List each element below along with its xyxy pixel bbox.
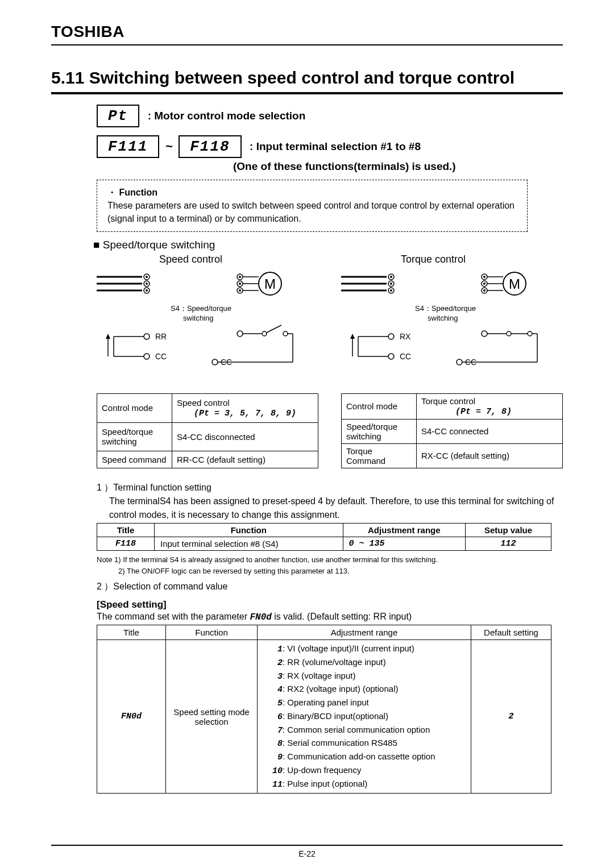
table-speed-setting: Title Function Adjustment range Default …: [97, 625, 551, 794]
t2-default: 2: [471, 640, 551, 794]
svg-point-64: [482, 331, 487, 337]
small-table-left: Control mode Speed control (Pt = 3, 5, 7…: [97, 393, 318, 468]
svg-point-23: [237, 331, 243, 337]
param-f-row: F111 ~ F118 : Input terminal selection #…: [97, 135, 563, 158]
page-number: E-22: [0, 849, 614, 858]
svg-text:CC: CC: [155, 352, 167, 361]
st-l-r1c1: Control mode: [97, 393, 172, 423]
function-title: ・ Function: [107, 186, 517, 199]
svg-point-66: [507, 331, 511, 336]
diagram-speed: Speed control: [97, 257, 318, 388]
svg-point-46: [390, 276, 392, 278]
switch-subtitle: Speed/torque switching: [93, 239, 563, 251]
svg-point-28: [144, 334, 150, 339]
brand-logo: TOSHIBA: [51, 23, 563, 45]
step1: 1 ）Terminal function setting The termina…: [97, 481, 563, 522]
speed-setting-label: [Speed setting]: [97, 599, 563, 610]
svg-point-50: [390, 289, 392, 292]
svg-text:S4：Speed/torque: S4：Speed/torque: [171, 304, 231, 313]
table-terminal-func: Title Function Adjustment range Setup va…: [97, 523, 551, 551]
svg-point-69: [388, 334, 394, 339]
param-f-sublabel: (One of these functions(terminals) is us…: [233, 160, 563, 173]
svg-marker-36: [106, 334, 110, 339]
svg-point-25: [262, 331, 267, 336]
st-r-r3c1: Torque Command: [342, 443, 417, 468]
param-pt-label: : Motor control mode selection: [148, 110, 306, 122]
svg-point-27: [283, 331, 288, 336]
t1-h1: Title: [97, 523, 155, 537]
svg-point-5: [146, 276, 148, 278]
t2-range: 11: VI (voltage input)/II (current input…: [258, 640, 471, 794]
st-r-r2c1: Speed/torque switching: [342, 419, 417, 443]
svg-text:RX: RX: [400, 332, 411, 341]
svg-marker-77: [350, 334, 355, 339]
svg-point-52: [483, 276, 486, 278]
small-table-right: Control mode Torque control (Pt = 7, 8) …: [341, 393, 563, 468]
svg-rect-3: [142, 271, 216, 376]
svg-text:switching: switching: [428, 314, 458, 322]
st-r-r1c1: Control mode: [342, 393, 417, 419]
seg-pt: Pt: [97, 105, 139, 127]
t2-h2: Function: [166, 625, 258, 640]
st-r-r2c2: S4-CC connected: [417, 419, 563, 443]
t1-title: F118: [97, 537, 155, 550]
t2-h3: Adjustment range: [258, 625, 471, 640]
svg-point-48: [390, 283, 392, 285]
svg-point-54: [483, 283, 486, 285]
svg-point-56: [483, 289, 486, 292]
svg-point-29: [144, 354, 150, 359]
st-l-r1c2: Speed control (Pt = 3, 5, 7, 8, 9): [172, 393, 318, 423]
step2: 2 ）Selection of command value: [97, 580, 563, 593]
st-l-r3c2: RR-CC (default setting): [172, 451, 318, 468]
t2-func: Speed setting mode selection: [166, 640, 258, 794]
svg-point-68: [528, 331, 532, 336]
svg-line-26: [267, 325, 281, 333]
diagrams-row: Speed control: [97, 257, 563, 388]
t1-func: Input terminal selection #8 (S4): [155, 537, 343, 550]
svg-point-37: [212, 359, 218, 365]
step1-text: The terminalS4 has been assigned to pres…: [109, 495, 563, 522]
t1-h4: Setup value: [466, 523, 551, 537]
svg-text:RR: RR: [155, 332, 167, 341]
svg-point-11: [239, 276, 241, 278]
st-l-r2c1: Speed/torque switching: [97, 423, 172, 451]
speed-setting-line: The command set with the parameter FN0d …: [97, 612, 563, 622]
st-r-r3c2: RX-CC (default setting): [417, 443, 563, 468]
svg-point-13: [239, 283, 241, 285]
small-tables-row: Control mode Speed control (Pt = 3, 5, 7…: [97, 393, 563, 468]
note-2: 2) The ON/OFF logic can be reversed by s…: [118, 566, 563, 578]
param-f-label: : Input terminal selection #1 to #8: [250, 140, 421, 153]
svg-point-15: [239, 289, 241, 292]
seg-f118: F118: [179, 135, 241, 158]
svg-point-9: [146, 289, 148, 292]
diagram-torque: Torque control M S4：Speed/torque switchi…: [341, 257, 563, 388]
notes: Note 1) If the terminal S4 is already as…: [97, 554, 563, 578]
st-l-r2c2: S4-CC disconnected: [172, 423, 318, 451]
tilde: ~: [165, 139, 173, 153]
param-pt-row: Pt : Motor control mode selection: [97, 105, 563, 127]
step1-num: 1 ）Terminal function setting: [97, 481, 563, 495]
t2-h4: Default setting: [471, 625, 551, 640]
t1-h2: Function: [155, 523, 343, 537]
seg-f111: F111: [97, 135, 159, 158]
svg-text:CC: CC: [400, 352, 411, 361]
svg-text:M: M: [264, 276, 276, 292]
st-l-r3c1: Speed command: [97, 451, 172, 468]
t1-h3: Adjustment range: [343, 523, 465, 537]
function-text: These parameters are used to switch betw…: [107, 199, 517, 225]
svg-point-78: [457, 359, 462, 365]
svg-text:S4：Speed/torque: S4：Speed/torque: [415, 304, 476, 313]
function-box: ・ Function These parameters are used to …: [97, 180, 528, 232]
section-title: 5.11 Switching between speed control and…: [51, 68, 563, 94]
t1-range: 0 ~ 135: [343, 537, 465, 550]
st-r-r1c2: Torque control (Pt = 7, 8): [417, 393, 563, 419]
note-1: Note 1) If the terminal S4 is already as…: [97, 554, 563, 566]
t2-title: FN0d: [97, 640, 166, 794]
t1-value: 112: [466, 537, 551, 550]
svg-text:switching: switching: [183, 314, 213, 322]
svg-text:M: M: [509, 276, 520, 292]
t2-h1: Title: [97, 625, 166, 640]
footer-rule: [51, 845, 563, 846]
svg-point-7: [146, 283, 148, 285]
svg-point-70: [388, 354, 394, 359]
